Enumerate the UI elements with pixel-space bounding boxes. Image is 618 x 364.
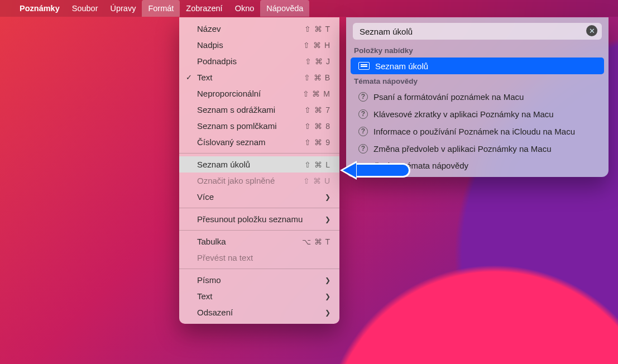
- menu-item-label: Podnadpis: [197, 56, 305, 66]
- shortcut: ⇧ ⌘ M: [303, 89, 330, 98]
- format-item-indent[interactable]: Odsazení ❯: [179, 304, 339, 320]
- format-item-nadpis[interactable]: Nadpis ⇧ ⌘ H: [179, 37, 339, 53]
- format-item-dashes[interactable]: Seznam s pomlčkami ⇧ ⌘ 8: [179, 118, 339, 134]
- menu-item-label: Text: [197, 73, 304, 82]
- help-topic[interactable]: ? Psaní a formátování poznámek na Macu: [351, 88, 604, 105]
- menu-separator: [179, 230, 339, 231]
- menu-item-label: Seznam s odrážkami: [197, 105, 304, 114]
- format-item-mono[interactable]: Neproporcionální ⇧ ⌘ M: [179, 85, 339, 102]
- shortcut: ⇧ ⌘ L: [304, 160, 330, 169]
- format-item-numbered[interactable]: Číslovaný seznam ⇧ ⌘ 9: [179, 134, 339, 150]
- format-item-bullets[interactable]: Seznam s odrážkami ⇧ ⌘ 7: [179, 102, 339, 118]
- shortcut: ⇧ ⌘ B: [304, 73, 330, 82]
- shortcut: ⇧ ⌘ 7: [304, 106, 330, 114]
- menu-napoveda[interactable]: Nápověda: [260, 0, 309, 17]
- format-dropdown: Název ⇧ ⌘ T Nadpis ⇧ ⌘ H Podnadpis ⇧ ⌘ J…: [179, 17, 339, 324]
- clear-search-icon[interactable]: ✕: [586, 25, 597, 36]
- menu-okno[interactable]: Okno: [229, 0, 261, 17]
- format-item-nazev[interactable]: Název ⇧ ⌘ T: [179, 21, 339, 37]
- menu-item-label: Seznam úkolů: [197, 160, 304, 169]
- menu-item-label: Odsazení: [197, 308, 325, 317]
- shortcut: ⇧ ⌘ T: [304, 25, 330, 33]
- format-item-podnadpis[interactable]: Podnadpis ⇧ ⌘ J: [179, 53, 339, 69]
- format-item-to-text: Převést na text: [179, 250, 339, 266]
- help-topic-label: Psaní a formátování poznámek na Macu: [373, 92, 524, 102]
- shortcut: ⇧ ⌘ 8: [304, 122, 330, 131]
- menu-soubor[interactable]: Soubor: [66, 0, 104, 17]
- menu-item-icon: [358, 62, 370, 70]
- help-panel: ✕ Položky nabídky Seznam úkolů Témata ná…: [346, 17, 609, 177]
- menu-separator: [179, 269, 339, 269]
- menu-separator: [179, 153, 339, 154]
- help-topic[interactable]: ? Změna předvoleb v aplikaci Poznámky na…: [351, 140, 604, 157]
- chevron-right-icon: ❯: [325, 293, 330, 300]
- help-icon: ?: [358, 144, 368, 154]
- chevron-right-icon: ❯: [325, 215, 330, 223]
- help-icon: ?: [358, 109, 368, 119]
- format-item-table[interactable]: Tabulka ⌥ ⌘ T: [179, 233, 339, 250]
- help-section-topics: Témata nápovědy: [346, 75, 609, 88]
- menu-separator: [179, 208, 339, 208]
- help-result-label: Seznam úkolů: [375, 61, 428, 71]
- format-item-mark-done: Označit jako splněné ⇧ ⌘ U: [179, 173, 339, 189]
- help-icon: ?: [358, 127, 368, 136]
- shortcut: ⌥ ⌘ T: [302, 237, 330, 246]
- chevron-right-icon: ❯: [325, 193, 330, 201]
- help-search-wrap: ✕: [346, 17, 609, 44]
- menu-item-label: Název: [197, 24, 304, 33]
- format-item-font[interactable]: Písmo ❯: [179, 272, 339, 288]
- help-icon: ?: [358, 92, 368, 102]
- app-menu[interactable]: Poznámky: [13, 0, 66, 17]
- help-topic-label: Informace o používání Poznámek na iCloud…: [373, 127, 575, 136]
- menu-item-label: Převést na text: [197, 253, 330, 262]
- check-icon: ✓: [186, 73, 192, 82]
- shortcut: ⇧ ⌘ J: [305, 57, 330, 66]
- format-item-more[interactable]: Více ❯: [179, 189, 339, 205]
- menu-item-label: Nadpis: [197, 40, 303, 50]
- help-topic-label: Klávesové zkratky v aplikaci Poznámky na…: [373, 109, 554, 119]
- format-item-text[interactable]: ✓ Text ⇧ ⌘ B: [179, 69, 339, 85]
- help-section-menu-items: Položky nabídky: [346, 44, 609, 57]
- format-item-checklist[interactable]: Seznam úkolů ⇧ ⌘ L: [179, 156, 339, 173]
- shortcut: ⇧ ⌘ H: [303, 41, 330, 50]
- menu-format[interactable]: Formát: [142, 0, 180, 17]
- chevron-right-icon: ❯: [325, 309, 330, 317]
- menubar: Poznámky Soubor Úpravy Formát Zobrazení …: [0, 0, 618, 17]
- menu-item-label: Označit jako splněné: [197, 176, 303, 185]
- menu-item-label: Číslovaný seznam: [197, 137, 304, 147]
- shortcut: ⇧ ⌘ 9: [304, 138, 330, 147]
- menu-item-label: Neproporcionální: [197, 89, 303, 98]
- help-topic[interactable]: ? Informace o používání Poznámek na iClo…: [351, 123, 604, 140]
- menu-item-label: Text: [197, 291, 325, 301]
- help-menu-result[interactable]: Seznam úkolů: [351, 58, 604, 74]
- help-search-input[interactable]: [353, 23, 602, 40]
- menu-item-label: Více: [197, 192, 325, 202]
- shortcut: ⇧ ⌘ U: [303, 176, 330, 185]
- menu-upravy[interactable]: Úpravy: [104, 0, 142, 17]
- menu-item-label: Tabulka: [197, 237, 302, 246]
- menu-item-label: Přesunout položku seznamu: [197, 214, 325, 224]
- help-topic-label: Změna předvoleb v aplikaci Poznámky na M…: [373, 144, 552, 154]
- menu-item-label: Písmo: [197, 275, 325, 285]
- menu-item-label: Seznam s pomlčkami: [197, 121, 304, 131]
- format-item-move-list-item[interactable]: Přesunout položku seznamu ❯: [179, 211, 339, 227]
- chevron-right-icon: ❯: [325, 276, 330, 284]
- menu-zobrazeni[interactable]: Zobrazení: [180, 0, 228, 17]
- help-topic[interactable]: ? Klávesové zkratky v aplikaci Poznámky …: [351, 106, 604, 122]
- format-item-text-sub[interactable]: Text ❯: [179, 288, 339, 304]
- help-show-all-topics[interactable]: všechna témata nápovědy: [346, 157, 609, 171]
